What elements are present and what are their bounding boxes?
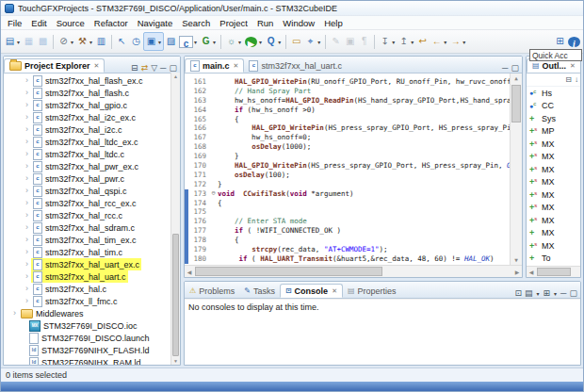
- menu-help[interactable]: Help: [319, 18, 348, 28]
- outline-list[interactable]: ●cHs●cCC+Sys+sMP+sMX+sMX+sMX+sMX+sMX+sMX…: [527, 87, 580, 266]
- tree-item[interactable]: ›cstm32f7xx_hal_i2c.c: [4, 123, 180, 136]
- profile-button[interactable]: Q▾: [264, 33, 283, 50]
- new-c-file-button[interactable]: c▾: [178, 33, 199, 50]
- view-menu-icon[interactable]: ▽: [151, 63, 157, 73]
- menu-file[interactable]: File: [3, 18, 26, 28]
- previous-annotation-button[interactable]: ↥▾: [397, 33, 415, 50]
- expander-icon[interactable]: ›: [23, 87, 31, 99]
- outline-item[interactable]: ●cCC: [527, 100, 580, 113]
- tab-tasks[interactable]: ✎Tasks: [239, 284, 280, 298]
- close-icon[interactable]: ✕: [94, 62, 100, 70]
- build-all-button[interactable]: ▥: [94, 33, 108, 50]
- expander-icon[interactable]: ›: [23, 197, 31, 209]
- sort-icon[interactable]: ↓: [575, 75, 578, 84]
- collapse-all-icon[interactable]: ⊟: [131, 63, 138, 73]
- tree-item[interactable]: ›cstm32f7xx_hal_tim_ex.c: [4, 234, 180, 246]
- outline-item[interactable]: +sMX: [527, 151, 580, 164]
- editor-horizontal-scrollbar[interactable]: ◀ ▶: [185, 265, 522, 277]
- history-button[interactable]: ◷: [129, 33, 143, 50]
- quick-access-box[interactable]: Quick Acc: [529, 49, 582, 61]
- outline-item[interactable]: +To: [527, 253, 580, 266]
- tree-item[interactable]: ›Middlewares: [4, 307, 180, 319]
- code-line[interactable]: 163 hw_hs_onoff=HAL_GPIO_ReadPin(HS_hand…: [185, 96, 522, 106]
- tree-item[interactable]: ›cstm32f7xx_hal_rcc_ex.c: [4, 197, 180, 209]
- tree-item[interactable]: ›cstm32f7xx_hal_flash.c: [4, 87, 180, 99]
- outline-item[interactable]: +sMX: [527, 138, 580, 151]
- editor-vertical-scrollbar[interactable]: ▲ ▼: [510, 74, 522, 265]
- expander-icon[interactable]: ›: [23, 270, 31, 283]
- tree-item[interactable]: ›cstm32f7xx_ll_fmc.c: [4, 295, 180, 307]
- tree-item[interactable]: ldSTM32F769NIHX_FLASH.ld: [4, 344, 180, 356]
- tab-stm32f7xx-hal-uart-c[interactable]: c stm32f7xx_hal_uart.c: [244, 58, 347, 73]
- pin-console-icon[interactable]: ⊡: [514, 288, 522, 298]
- code-line[interactable]: 173⊖void CCwifiTask(void *argument): [185, 189, 522, 199]
- expander-icon[interactable]: ›: [23, 123, 31, 136]
- code-line[interactable]: 176 // Enter STA mode: [185, 217, 522, 226]
- outline-item[interactable]: +sMX: [527, 188, 580, 202]
- scroll-right-icon[interactable]: ▶: [512, 269, 522, 275]
- tree-item[interactable]: ›cstm32f7xx_hal_gpio.c: [4, 99, 180, 111]
- outline-item[interactable]: +sMX: [527, 214, 580, 227]
- tree-item[interactable]: ›cstm32f7xx_hal_qspi.c: [4, 185, 180, 197]
- open-element-button[interactable]: ⌖▾: [303, 33, 322, 50]
- code-line[interactable]: 175: [185, 207, 522, 217]
- scrollbar-thumb[interactable]: [195, 267, 382, 276]
- project-tree[interactable]: ›cstm32f7xx_hal_flash_ex.c›cstm32f7xx_ha…: [4, 74, 180, 365]
- expander-icon[interactable]: ›: [23, 148, 31, 160]
- debug-config-button[interactable]: ☼▾: [224, 33, 243, 50]
- menu-refactor[interactable]: Refactor: [89, 18, 133, 28]
- tree-item[interactable]: ›cstm32f7xx_hal_tim.c: [4, 246, 180, 258]
- close-icon[interactable]: ✕: [332, 287, 337, 295]
- outline-horizontal-scrollbar[interactable]: ◀: [527, 266, 580, 277]
- minimize-icon[interactable]: ─: [502, 63, 508, 73]
- code-line[interactable]: 174{: [185, 199, 522, 208]
- open-perspective-button[interactable]: ⊞: [553, 33, 567, 50]
- tree-item[interactable]: ›cstm32f7xx_hal_sdram.c: [4, 221, 180, 234]
- explorer-scrollbar[interactable]: ▲ ▼: [170, 73, 180, 365]
- scrollbar-thumb[interactable]: [511, 85, 521, 122]
- expander-icon[interactable]: ›: [23, 172, 31, 185]
- menu-navigate[interactable]: Navigate: [133, 18, 178, 28]
- code-line[interactable]: 170 HAL_GPIO_WritePin(HS_press_spray_GPI…: [185, 161, 522, 171]
- expander-icon[interactable]: ›: [23, 74, 31, 87]
- tree-item[interactable]: ›cstm32f7xx_hal_ltdc.c: [4, 148, 180, 160]
- import-folder-button[interactable]: ▭: [289, 33, 303, 50]
- code-editor[interactable]: 161 HAL_GPIO_WritePin(RU_onoff_GPIO_Port…: [185, 74, 522, 265]
- scroll-up-icon[interactable]: ▲: [511, 74, 522, 83]
- code-line[interactable]: 168 osDelay(1000);: [185, 142, 522, 152]
- tree-item[interactable]: ›cstm32f7xx_hal_flash_ex.c: [4, 74, 180, 87]
- tree-item[interactable]: ›cstm32f7xx_hal_rcc.c: [4, 209, 180, 221]
- skip-all-breakpoints-button[interactable]: ⊘▾: [57, 33, 75, 50]
- tree-item[interactable]: ldSTM32F769NIHX_RAM.ld: [4, 356, 180, 365]
- outline-item[interactable]: +MX: [527, 227, 580, 240]
- tree-item[interactable]: ›cstm32f7xx_hal_ltdc_ex.c: [4, 136, 180, 148]
- expander-icon[interactable]: ›: [23, 246, 31, 258]
- minimize-icon[interactable]: ─: [160, 63, 166, 73]
- scroll-left-icon[interactable]: ◀: [527, 269, 536, 275]
- info-button[interactable]: i: [567, 33, 581, 50]
- menu-run[interactable]: Run: [252, 18, 278, 28]
- outline-item[interactable]: +sMX: [527, 176, 580, 189]
- outline-item[interactable]: +sMX: [527, 202, 580, 215]
- maximize-icon[interactable]: ▢: [569, 288, 577, 298]
- tab-main-c[interactable]: c main.c ✕: [185, 58, 244, 73]
- menu-window[interactable]: Window: [278, 18, 319, 28]
- code-line[interactable]: 171 osDelay(100);: [185, 171, 522, 180]
- menu-edit[interactable]: Edit: [26, 18, 51, 28]
- menu-source[interactable]: Source: [52, 18, 89, 28]
- outline-item[interactable]: +sMX: [527, 239, 580, 253]
- code-line[interactable]: 180 if ( HAL_UART_Transmit(&huart5,&rec_…: [185, 254, 522, 264]
- collapse-all-icon[interactable]: ⊟: [565, 75, 572, 84]
- stm32-debug-button[interactable]: ▣▾: [143, 32, 164, 51]
- expander-icon[interactable]: ›: [23, 209, 31, 221]
- expander-icon[interactable]: ›: [23, 160, 31, 172]
- code-line[interactable]: 179 strcpy(rec_data, "AT+CWMODE=1");: [185, 245, 522, 254]
- outline-item[interactable]: ●cHs: [527, 87, 580, 100]
- tree-item[interactable]: ›cstm32f7xx_hal_i2c_ex.c: [4, 111, 180, 123]
- outline-item[interactable]: +sMX: [527, 163, 580, 176]
- expander-icon[interactable]: ›: [23, 295, 31, 307]
- tree-item[interactable]: ›cstm32f7xx_hal_uart.c: [4, 270, 180, 283]
- code-line[interactable]: 172}: [185, 180, 522, 189]
- link-with-editor-icon[interactable]: ⇄: [141, 63, 149, 73]
- run-button[interactable]: ▶▾: [243, 33, 264, 50]
